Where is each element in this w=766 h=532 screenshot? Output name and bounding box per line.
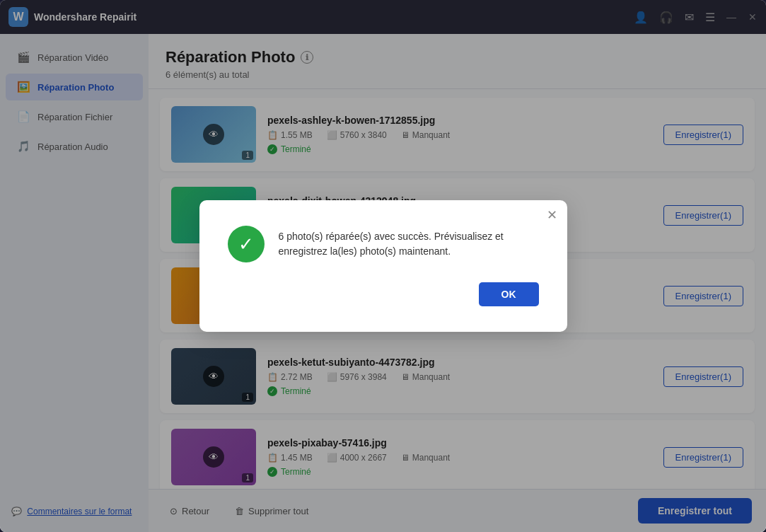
modal-overlay: ✕ ✓ 6 photo(s) réparée(s) avec succès. P…	[0, 0, 766, 532]
modal-message: 6 photo(s) réparée(s) avec succès. Prévi…	[279, 229, 539, 259]
ok-button[interactable]: OK	[479, 282, 539, 306]
modal-box: ✕ ✓ 6 photo(s) réparée(s) avec succès. P…	[199, 200, 567, 332]
success-icon: ✓	[228, 226, 265, 262]
modal-content: ✓ 6 photo(s) réparée(s) avec succès. Pré…	[228, 226, 539, 262]
modal-footer: OK	[228, 282, 539, 306]
app-window: W Wondershare Repairit 👤 🎧 ✉ ☰ — ✕ 🎬 Rép…	[0, 0, 766, 532]
modal-close-button[interactable]: ✕	[547, 209, 557, 221]
